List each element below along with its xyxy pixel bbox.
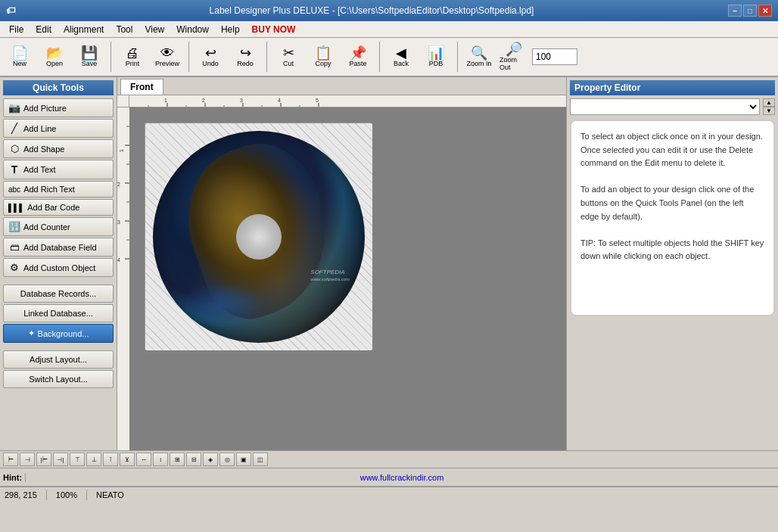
hint-label: Hint:: [3, 473, 26, 482]
add-shape-button[interactable]: ⬡ Add Shape: [3, 139, 114, 158]
zoom-out-button[interactable]: 🔎 Zoom Out: [497, 39, 531, 74]
canvas-content[interactable]: SOFTPEDIAwww.softpedia.com: [129, 107, 387, 365]
zoom-out-icon: 🔎: [506, 42, 522, 56]
align-right-button[interactable]: ⊣: [20, 453, 35, 466]
distribute-horiz-button[interactable]: ⊞: [170, 453, 185, 466]
save-button[interactable]: 💾 Save: [73, 39, 106, 74]
property-instruction-3: TIP: To select multiple objects hold the…: [580, 237, 764, 263]
new-button[interactable]: 📄 New: [3, 39, 36, 74]
new-icon: 📄: [11, 46, 28, 60]
zoom-input[interactable]: [532, 48, 577, 65]
copy-button[interactable]: 📋 Copy: [307, 39, 340, 74]
switch-layout-button[interactable]: Switch Layout...: [3, 370, 114, 388]
align-top-edge-button[interactable]: ⊺: [103, 453, 118, 466]
property-instruction-1: To select an object click once on it in …: [580, 130, 764, 170]
redo-button[interactable]: ↪ Redo: [229, 39, 262, 74]
property-dropdown[interactable]: [570, 98, 760, 115]
align-top-button[interactable]: ⊤: [70, 453, 85, 466]
open-button[interactable]: 📂 Open: [38, 39, 71, 74]
align-right-edge-button[interactable]: ⊣|: [53, 453, 68, 466]
svg-text:2: 2: [117, 182, 120, 187]
same-width-button[interactable]: ◈: [203, 453, 218, 466]
menu-window[interactable]: Window: [170, 23, 215, 36]
back-icon: ◀: [396, 46, 406, 60]
restore-button[interactable]: □: [743, 5, 757, 17]
ruler-corner: [117, 95, 129, 107]
property-arrow-up[interactable]: ▲: [763, 98, 775, 107]
title-bar-title: Label Designer Plus DELUXE - [C:\Users\S…: [15, 5, 728, 16]
adjust-layout-button[interactable]: Adjust Layout...: [3, 350, 114, 369]
zoom-in-button[interactable]: 🔍 Zoom In: [462, 39, 496, 74]
quick-tools-separator-1: [3, 278, 114, 285]
add-picture-button[interactable]: 📷 Add Picture: [3, 98, 114, 117]
back-button[interactable]: ◀ Back: [384, 39, 418, 74]
add-counter-button[interactable]: 🔢 Add Counter: [3, 217, 114, 236]
undo-button[interactable]: ↩ Undo: [194, 39, 227, 74]
add-text-button[interactable]: T Add Text: [3, 160, 114, 179]
add-rich-text-button[interactable]: abc Add Rich Text: [3, 181, 114, 198]
add-database-field-icon: 🗃: [8, 241, 20, 253]
distribute-vert-button[interactable]: ⊟: [186, 453, 201, 466]
close-button[interactable]: ✕: [758, 5, 772, 17]
linked-database-button[interactable]: Linked Database...: [3, 304, 114, 322]
app-icon: 🏷: [6, 5, 15, 16]
canvas-area[interactable]: Front 1 2 3 4: [117, 77, 566, 450]
preview-button[interactable]: 👁 Preview: [151, 39, 184, 74]
cut-icon: ✂: [283, 46, 294, 60]
same-height-button[interactable]: ◎: [219, 453, 235, 466]
svg-text:3: 3: [240, 98, 243, 103]
add-database-field-button[interactable]: 🗃 Add Database Field: [3, 238, 114, 257]
property-arrows: ▲ ▼: [763, 98, 775, 115]
align-bottom-edge-button[interactable]: ⊻: [120, 453, 135, 466]
cd-disc[interactable]: SOFTPEDIAwww.softpedia.com: [153, 131, 365, 343]
property-editor-header: Property Editor: [570, 80, 775, 95]
property-arrow-down[interactable]: ▼: [763, 107, 775, 115]
tab-front[interactable]: Front: [120, 79, 163, 95]
print-button[interactable]: 🖨 Print: [116, 39, 149, 74]
quick-tools-header: Quick Tools: [3, 80, 114, 95]
background-button[interactable]: ✦ Background...: [3, 324, 114, 343]
canvas-wrapper[interactable]: 1 2 3 4 5: [117, 95, 566, 450]
open-icon: 📂: [46, 46, 63, 60]
menu-buy-now[interactable]: BUY NOW: [246, 23, 302, 36]
redo-icon: ↪: [240, 46, 251, 60]
svg-text:2: 2: [202, 98, 205, 103]
add-custom-object-button[interactable]: ⚙ Add Custom Object: [3, 258, 114, 277]
minimize-button[interactable]: –: [728, 5, 742, 17]
center-vert-button[interactable]: ↕: [153, 453, 168, 466]
status-zoom: 100%: [56, 490, 77, 499]
database-records-button[interactable]: Database Records...: [3, 285, 114, 303]
align-left-button[interactable]: ⊢: [3, 453, 18, 466]
cut-button[interactable]: ✂ Cut: [272, 39, 305, 74]
cd-label-container[interactable]: SOFTPEDIAwww.softpedia.com: [145, 123, 372, 350]
menu-edit[interactable]: Edit: [30, 23, 58, 36]
hint-text: www.fullcrackindir.com: [29, 473, 775, 482]
status-bar: 298, 215 100% NEATO: [0, 487, 778, 502]
svg-text:5: 5: [316, 98, 319, 103]
property-dropdown-row: ▲ ▼: [570, 98, 775, 115]
background-icon: ✦: [28, 328, 35, 338]
ruler-left: 1 2 3 4: [117, 107, 129, 450]
group-button[interactable]: ◫: [253, 453, 268, 466]
menu-tool[interactable]: Tool: [110, 23, 138, 36]
pdb-button[interactable]: 📊 PDB: [419, 39, 453, 74]
property-panel: Property Editor ▲ ▼ To select an object …: [566, 77, 778, 450]
same-size-button[interactable]: ▣: [236, 453, 251, 466]
paste-button[interactable]: 📌 Paste: [341, 39, 375, 74]
add-picture-icon: 📷: [8, 102, 20, 114]
menu-alignment[interactable]: Alignment: [58, 23, 110, 36]
menu-help[interactable]: Help: [215, 23, 246, 36]
center-horiz-button[interactable]: ↔: [136, 453, 151, 466]
cd-watermark: SOFTPEDIAwww.softpedia.com: [310, 269, 350, 282]
print-icon: 🖨: [126, 46, 139, 60]
align-left-edge-button[interactable]: |⊢: [36, 453, 51, 466]
status-label-type: NEATO: [96, 490, 124, 499]
add-bar-code-button[interactable]: ▌▌▌ Add Bar Code: [3, 199, 114, 216]
toolbar-separator-2: [188, 42, 189, 72]
align-bottom-button[interactable]: ⊥: [86, 453, 101, 466]
menu-file[interactable]: File: [3, 23, 30, 36]
ruler-top-svg: 1 2 3 4 5: [129, 95, 566, 107]
add-line-button[interactable]: ╱ Add Line: [3, 119, 114, 138]
menu-view[interactable]: View: [138, 23, 170, 36]
property-instruction-2: To add an object to your design click on…: [580, 183, 764, 223]
